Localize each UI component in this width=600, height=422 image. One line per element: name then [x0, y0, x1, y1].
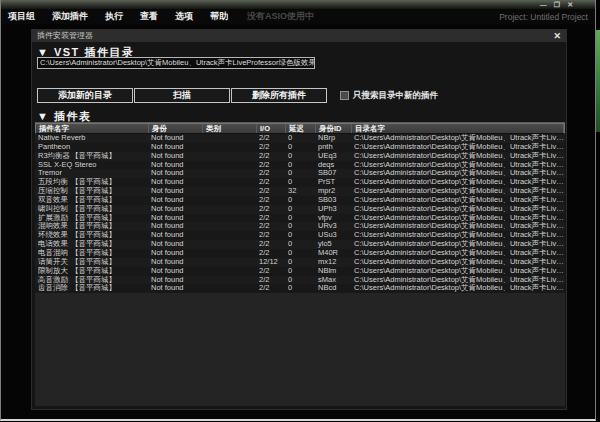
cell-status: Not found	[148, 205, 202, 214]
table-row[interactable]: Tremor Not found 2/2 0 SB07 C:\Users\Adm…	[35, 169, 565, 178]
cell-io: 2/2	[256, 240, 285, 249]
cell-directory: C:\Users\Administrator\Desktop\艾肯Mobileu…	[351, 249, 565, 258]
cell-plugin-name: 电音混响【音平商城】	[35, 249, 148, 258]
cell-directory: C:\Users\Administrator\Desktop\艾肯Mobileu…	[351, 276, 565, 285]
table-row[interactable]: 扩展激励【音平商城】 Not found 2/2 0 vfpv C:\Users…	[35, 214, 565, 223]
cell-io: 2/2	[256, 187, 285, 196]
col-status[interactable]: 身份	[149, 124, 203, 133]
cell-category	[202, 249, 256, 258]
menu-help[interactable]: 帮助	[210, 10, 228, 23]
cell-category	[202, 205, 256, 214]
col-plugin-name[interactable]: 插件名字	[36, 124, 149, 133]
cell-id: URv3	[315, 222, 351, 231]
add-directory-button[interactable]: 添加新的目录	[37, 88, 133, 103]
menu-add-plugin[interactable]: 添加插件	[52, 10, 88, 23]
cell-latency: 32	[285, 187, 315, 196]
cell-id: deqs	[315, 161, 351, 170]
cell-status: Not found	[148, 214, 202, 223]
cell-category	[202, 152, 256, 161]
col-directory[interactable]: 目录名字	[352, 124, 564, 133]
table-row[interactable]: 五段均衡【音平商城】 Not found 2/2 0 PrST C:\Users…	[35, 178, 565, 187]
cell-latency: 0	[285, 284, 315, 293]
cell-latency: 0	[285, 152, 315, 161]
table-row[interactable]: 话筒开关【音平商城】 Not found 12/12 0 mx12 C:\Use…	[35, 258, 565, 267]
table-row[interactable]: Pantheon Not found 2/2 0 pnth C:\Users\A…	[35, 143, 565, 152]
cell-category	[202, 231, 256, 240]
remove-all-plugins-button[interactable]: 删除所有插件	[231, 88, 327, 103]
table-row[interactable]: 齿音消除【音平商城】 Not found 2/2 0 NBcd C:\Users…	[35, 284, 565, 293]
cell-plugin-name: Pantheon	[35, 143, 148, 152]
desktop: — ❐ ✕ 项目组 添加插件 执行 查看 选项 帮助 没有ASIO使用中 Pro…	[0, 0, 600, 422]
cell-plugin-name: R3均衡器【音平商城】	[35, 152, 148, 161]
cell-latency: 0	[285, 249, 315, 258]
table-body: Native Reverb Not found 2/2 0 NBrp C:\Us…	[35, 134, 565, 293]
cell-id: NBrp	[315, 134, 351, 143]
dialog-title: 插件安装管理器	[37, 31, 93, 40]
workspace: 插件安装管理器 ✕ ▼ VST 插件目录 C:\Users\Administra…	[1, 24, 595, 419]
cell-io: 2/2	[256, 152, 285, 161]
table-row[interactable]: SSL X-EQ Stereo Not found 2/2 0 deqs C:\…	[35, 161, 565, 170]
cell-latency: 0	[285, 231, 315, 240]
window-controls: — ❐ ✕	[540, 1, 573, 8]
table-row[interactable]: 环绕效果【音平商城】 Not found 2/2 0 USu3 C:\Users…	[35, 231, 565, 240]
cell-directory: C:\Users\Administrator\Desktop\艾肯Mobileu…	[351, 222, 565, 231]
table-row[interactable]: R3均衡器【音平商城】 Not found 2/2 0 UEq3 C:\User…	[35, 152, 565, 161]
cell-latency: 0	[285, 258, 315, 267]
table-row[interactable]: 双音效果【音平商城】 Not found 2/2 0 SB03 C:\Users…	[35, 196, 565, 205]
cell-category	[202, 284, 256, 293]
checkbox-icon[interactable]	[340, 91, 349, 100]
app-window: — ❐ ✕ 项目组 添加插件 执行 查看 选项 帮助 没有ASIO使用中 Pro…	[0, 0, 596, 421]
table-row[interactable]: 压缩控制【音平商城】 Not found 2/2 32 mpr2 C:\User…	[35, 187, 565, 196]
close-icon[interactable]: ✕	[567, 1, 573, 8]
cell-latency: 0	[285, 276, 315, 285]
col-io[interactable]: I/O	[257, 124, 286, 133]
cell-status: Not found	[148, 187, 202, 196]
table-row[interactable]: Native Reverb Not found 2/2 0 NBrp C:\Us…	[35, 134, 565, 143]
menu-view[interactable]: 查看	[140, 10, 158, 23]
dialog-close-icon[interactable]: ✕	[553, 30, 561, 42]
cell-plugin-name: 双音效果【音平商城】	[35, 196, 148, 205]
cell-category	[202, 196, 256, 205]
col-id[interactable]: 身份ID	[316, 124, 352, 133]
cell-id: SB07	[315, 169, 351, 178]
vst-path-field[interactable]: C:\Users\Administrator\Desktop\艾肯Mobileu…	[37, 57, 315, 69]
cell-io: 2/2	[256, 284, 285, 293]
window-titlebar[interactable]: — ❐ ✕	[1, 0, 595, 9]
cell-plugin-name: 限制放大【音平商城】	[35, 267, 148, 276]
cell-id: mpr2	[315, 187, 351, 196]
cell-status: Not found	[148, 134, 202, 143]
cell-category	[202, 187, 256, 196]
cell-id: NBcd	[315, 284, 351, 293]
cell-status: Not found	[148, 222, 202, 231]
cell-directory: C:\Users\Administrator\Desktop\艾肯Mobileu…	[351, 152, 565, 161]
cell-category	[202, 143, 256, 152]
col-category[interactable]: 类别	[203, 124, 257, 133]
scan-button[interactable]: 扫描	[134, 88, 230, 103]
table-row[interactable]: 限制放大【音平商城】 Not found 2/2 0 NBlm C:\Users…	[35, 267, 565, 276]
table-row[interactable]: 高音激励【音平商城】 Not found 2/2 0 sMax C:\Users…	[35, 276, 565, 285]
menu-execute[interactable]: 执行	[105, 10, 123, 23]
cell-id: UPh3	[315, 205, 351, 214]
menu-options[interactable]: 选项	[175, 10, 193, 23]
menu-project-group[interactable]: 项目组	[8, 10, 35, 23]
table-row[interactable]: 电音混响【音平商城】 Not found 2/2 0 M40R C:\Users…	[35, 249, 565, 258]
table-row[interactable]: 啸叫控制【音平商城】 Not found 2/2 0 UPh3 C:\Users…	[35, 205, 565, 214]
cell-io: 2/2	[256, 134, 285, 143]
dialog-titlebar[interactable]: 插件安装管理器 ✕	[32, 30, 566, 42]
table-row[interactable]: 电话效果【音平商城】 Not found 2/2 0 ylo5 C:\Users…	[35, 240, 565, 249]
new-plugins-only-checkbox[interactable]: 只搜索目录中新的插件	[340, 90, 438, 102]
col-latency[interactable]: 延迟	[286, 124, 316, 133]
cell-directory: C:\Users\Administrator\Desktop\艾肯Mobileu…	[351, 231, 565, 240]
minimize-icon[interactable]: —	[540, 1, 547, 8]
cell-plugin-name: SSL X-EQ Stereo	[35, 161, 148, 170]
cell-directory: C:\Users\Administrator\Desktop\艾肯Mobileu…	[351, 258, 565, 267]
cell-id: NBlm	[315, 267, 351, 276]
cell-status: Not found	[148, 196, 202, 205]
cell-plugin-name: 五段均衡【音平商城】	[35, 178, 148, 187]
maximize-icon[interactable]: ❐	[554, 1, 560, 8]
table-header-row: 插件名字 身份 类别 I/O 延迟 身份ID 目录名字	[35, 123, 565, 134]
cell-id: vfpv	[315, 214, 351, 223]
cell-io: 2/2	[256, 178, 285, 187]
table-row[interactable]: 混响效果【音平商城】 Not found 2/2 0 URv3 C:\Users…	[35, 222, 565, 231]
cell-status: Not found	[148, 231, 202, 240]
